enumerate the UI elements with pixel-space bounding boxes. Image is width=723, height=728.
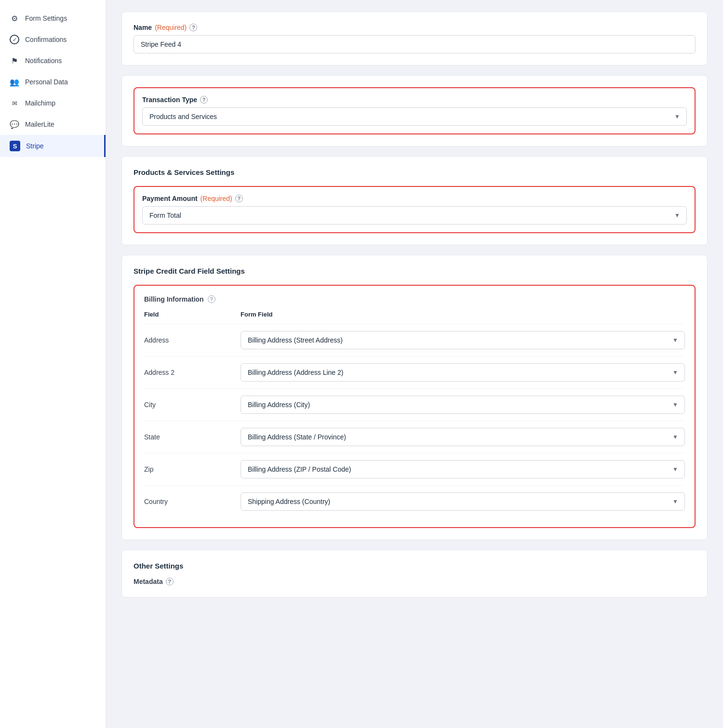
transaction-type-highlight: Transaction Type ? Products and Services… <box>134 87 696 134</box>
billing-info-label: Billing Information <box>144 295 204 303</box>
sidebar-item-stripe[interactable]: S Stripe <box>0 135 106 157</box>
address-select[interactable]: Billing Address (Street Address) <box>241 331 685 349</box>
country-select[interactable]: Shipping Address (Country) <box>241 492 685 511</box>
city-select-wrapper: Billing Address (City) ▼ <box>241 396 685 414</box>
field-city: City <box>144 401 241 409</box>
address2-select-wrapper: Billing Address (Address Line 2) ▼ <box>241 363 685 382</box>
city-select[interactable]: Billing Address (City) <box>241 396 685 414</box>
billing-info-header: Billing Information ? <box>144 295 685 303</box>
products-services-card: Products & Services Settings Payment Amo… <box>121 156 708 245</box>
transaction-type-select-wrapper: Products and Services Subscription Donat… <box>142 107 687 126</box>
gear-icon: ⚙ <box>10 13 19 23</box>
metadata-help-icon[interactable]: ? <box>166 578 174 585</box>
table-row: Country Shipping Address (Country) ▼ <box>144 485 685 517</box>
sidebar-item-label: Confirmations <box>25 36 67 43</box>
col-form-field-header: Form Field <box>241 311 685 318</box>
field-zip: Zip <box>144 465 241 473</box>
stripe-icon: S <box>10 141 20 151</box>
people-icon: 👥 <box>10 77 19 87</box>
sidebar-item-form-settings[interactable]: ⚙ Form Settings <box>0 8 106 29</box>
address2-select[interactable]: Billing Address (Address Line 2) <box>241 363 685 382</box>
other-settings-title: Other Settings <box>134 562 696 570</box>
billing-info-highlight: Billing Information ? Field Form Field A… <box>134 285 696 528</box>
col-field-header: Field <box>144 311 241 318</box>
name-field-label: Name (Required) ? <box>134 24 696 31</box>
stripe-cc-title: Stripe Credit Card Field Settings <box>134 267 696 275</box>
zip-select-wrapper: Billing Address (ZIP / Postal Code) ▼ <box>241 460 685 478</box>
sidebar-item-mailerlite[interactable]: 💬 MailerLite <box>0 114 106 135</box>
payment-amount-required: (Required) <box>201 195 232 202</box>
flag-icon: ⚑ <box>10 56 19 66</box>
field-country: Country <box>144 498 241 505</box>
zip-select[interactable]: Billing Address (ZIP / Postal Code) <box>241 460 685 478</box>
payment-amount-label: Payment Amount (Required) ? <box>142 195 687 202</box>
table-row: Address 2 Billing Address (Address Line … <box>144 356 685 388</box>
transaction-card: Transaction Type ? Products and Services… <box>121 75 708 146</box>
metadata-label: Metadata ? <box>134 578 696 585</box>
sidebar-item-label: Notifications <box>25 57 62 65</box>
check-icon: ✓ <box>10 35 19 44</box>
payment-amount-select-wrapper: Form Total Custom Amount ▼ <box>142 206 687 225</box>
state-select-wrapper: Billing Address (State / Province) ▼ <box>241 428 685 446</box>
mailchimp-icon: ✉ <box>10 98 19 108</box>
address-select-wrapper: Billing Address (Street Address) ▼ <box>241 331 685 349</box>
table-row: State Billing Address (State / Province)… <box>144 421 685 453</box>
transaction-type-select[interactable]: Products and Services Subscription Donat… <box>142 107 687 126</box>
country-select-wrapper: Shipping Address (Country) ▼ <box>241 492 685 511</box>
sidebar-item-mailchimp[interactable]: ✉ Mailchimp <box>0 93 106 114</box>
name-input[interactable] <box>134 35 696 53</box>
sidebar: ⚙ Form Settings ✓ Confirmations ⚑ Notifi… <box>0 0 106 728</box>
sidebar-item-personal-data[interactable]: 👥 Personal Data <box>0 71 106 93</box>
sidebar-item-label: Stripe <box>26 142 44 150</box>
mailerlite-icon: 💬 <box>10 119 19 129</box>
table-row: Address Billing Address (Street Address)… <box>144 324 685 356</box>
field-state: State <box>144 433 241 441</box>
sidebar-item-label: Mailchimp <box>25 99 55 107</box>
billing-info-help-icon[interactable]: ? <box>208 295 215 303</box>
field-address: Address <box>144 336 241 344</box>
name-field-card: Name (Required) ? <box>121 12 708 66</box>
table-row: Zip Billing Address (ZIP / Postal Code) … <box>144 453 685 485</box>
transaction-type-help-icon[interactable]: ? <box>200 96 208 104</box>
field-address2: Address 2 <box>144 369 241 376</box>
other-settings-card: Other Settings Metadata ? <box>121 550 708 597</box>
table-row: City Billing Address (City) ▼ <box>144 388 685 421</box>
stripe-cc-card: Stripe Credit Card Field Settings Billin… <box>121 255 708 540</box>
sidebar-item-confirmations[interactable]: ✓ Confirmations <box>0 29 106 50</box>
main-content: Name (Required) ? Transaction Type ? Pro… <box>106 0 723 728</box>
state-select[interactable]: Billing Address (State / Province) <box>241 428 685 446</box>
transaction-type-label: Transaction Type ? <box>142 96 687 104</box>
sidebar-item-label: Personal Data <box>25 78 68 86</box>
payment-amount-highlight: Payment Amount (Required) ? Form Total C… <box>134 186 696 233</box>
sidebar-item-label: MailerLite <box>25 120 54 128</box>
sidebar-item-label: Form Settings <box>25 14 67 22</box>
name-required: (Required) <box>155 24 187 31</box>
products-services-title: Products & Services Settings <box>134 168 696 176</box>
sidebar-item-notifications[interactable]: ⚑ Notifications <box>0 50 106 71</box>
payment-amount-help-icon[interactable]: ? <box>235 195 243 202</box>
name-help-icon[interactable]: ? <box>189 24 197 31</box>
billing-table-header: Field Form Field <box>144 311 685 322</box>
payment-amount-select[interactable]: Form Total Custom Amount <box>142 206 687 225</box>
